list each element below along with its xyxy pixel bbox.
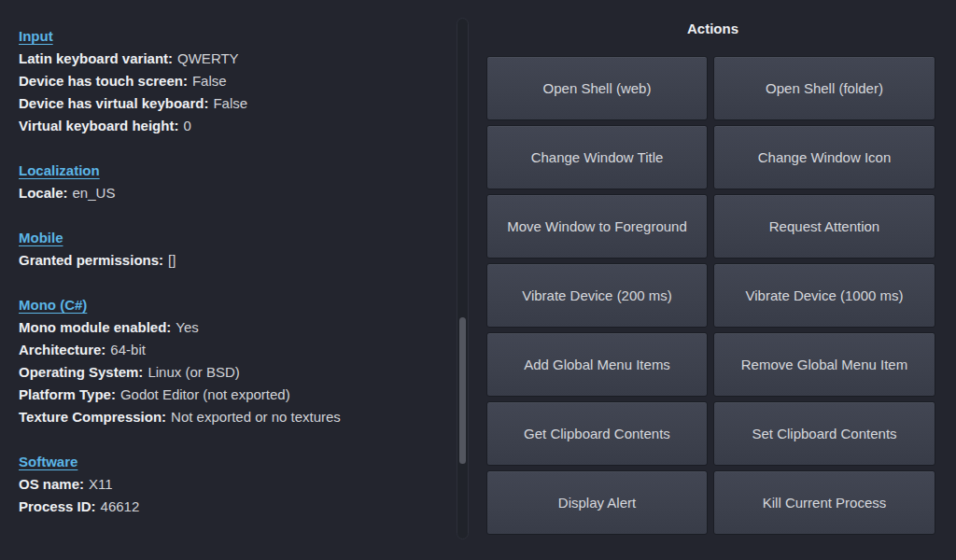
info-label: Device has touch screen: — [19, 73, 188, 89]
open-shell-web-button[interactable]: Open Shell (web) — [486, 56, 708, 120]
info-value: [] — [168, 252, 176, 268]
info-value: 0 — [183, 118, 190, 133]
change-window-title-button[interactable]: Change Window Title — [486, 125, 708, 189]
kill-current-process-button[interactable]: Kill Current Process — [713, 470, 935, 535]
change-window-icon-button[interactable]: Change Window Icon — [713, 125, 935, 189]
set-clipboard-contents-button[interactable]: Set Clipboard Contents — [713, 401, 935, 466]
actions-panel: Actions Open Shell (web) Open Shell (fol… — [470, 0, 956, 560]
info-label: Platform Type: — [19, 386, 116, 402]
info-value: Godot Editor (not exported) — [120, 386, 290, 402]
info-value: False — [213, 95, 247, 111]
info-line: OS name:X11 — [19, 473, 454, 496]
info-value: en_US — [73, 185, 116, 201]
info-line: Process ID:46612 — [19, 496, 454, 518]
info-value: QWERTY — [177, 50, 239, 66]
info-value: Yes — [176, 319, 198, 335]
info-label: Latin keyboard variant: — [19, 50, 173, 66]
info-line: Device has virtual keyboard:False — [19, 92, 454, 115]
section-input: Input Latin keyboard variant:QWERTY Devi… — [19, 25, 454, 137]
remove-global-menu-item-button[interactable]: Remove Global Menu Item — [713, 332, 935, 397]
add-global-menu-items-button[interactable]: Add Global Menu Items — [486, 332, 708, 397]
actions-panel-title: Actions — [470, 21, 956, 36]
info-line: Platform Type:Godot Editor (not exported… — [19, 384, 454, 406]
info-line: Architecture:64-bit — [19, 339, 454, 361]
vibrate-device-200ms-button[interactable]: Vibrate Device (200 ms) — [486, 263, 708, 328]
section-software: Software OS name:X11 Process ID:46612 — [19, 451, 454, 518]
info-line: Locale:en_US — [19, 182, 454, 204]
info-value: Not exported or no textures — [171, 409, 341, 425]
info-line: Granted permissions:[] — [19, 249, 454, 272]
section-heading-software: Software — [19, 451, 77, 473]
info-label: Device has virtual keyboard: — [19, 95, 208, 111]
info-value: 64-bit — [110, 342, 146, 357]
request-attention-button[interactable]: Request Attention — [713, 194, 935, 259]
section-heading-input: Input — [19, 25, 53, 48]
info-label: Texture Compression: — [19, 409, 166, 425]
section-mobile: Mobile Granted permissions:[] — [19, 227, 454, 272]
section-mono: Mono (C#) Mono module enabled:Yes Archit… — [19, 294, 454, 428]
section-heading-mono: Mono (C#) — [19, 294, 87, 316]
section-localization: Localization Locale:en_US — [19, 160, 454, 204]
info-line: Latin keyboard variant:QWERTY — [19, 48, 454, 70]
info-line: Mono module enabled:Yes — [19, 316, 454, 339]
info-label: Process ID: — [19, 498, 96, 514]
info-value: X11 — [89, 476, 113, 492]
section-heading-localization: Localization — [19, 160, 100, 182]
vibrate-device-1000ms-button[interactable]: Vibrate Device (1000 ms) — [713, 263, 935, 328]
info-label: OS name: — [19, 476, 84, 492]
open-shell-folder-button[interactable]: Open Shell (folder) — [713, 56, 935, 120]
get-clipboard-contents-button[interactable]: Get Clipboard Contents — [486, 401, 708, 466]
info-line: Operating System:Linux (or BSD) — [19, 361, 454, 384]
section-heading-mobile: Mobile — [19, 227, 63, 249]
info-label: Locale: — [19, 185, 68, 201]
display-alert-button[interactable]: Display Alert — [486, 470, 708, 535]
info-label: Architecture: — [19, 342, 105, 357]
info-line: Texture Compression:Not exported or no t… — [19, 406, 454, 428]
info-label: Mono module enabled: — [19, 319, 171, 335]
info-label: Granted permissions: — [19, 252, 163, 268]
info-line: Device has touch screen:False — [19, 70, 454, 92]
info-panel-scrollbar[interactable] — [457, 18, 469, 539]
info-value: 46612 — [101, 498, 140, 514]
actions-button-grid: Open Shell (web) Open Shell (folder) Cha… — [486, 56, 935, 535]
info-label: Operating System: — [19, 364, 143, 380]
info-label: Virtual keyboard height: — [19, 118, 178, 133]
info-value: False — [192, 73, 227, 89]
info-line: Virtual keyboard height:0 — [19, 115, 454, 137]
info-value: Linux (or BSD) — [148, 364, 239, 380]
scrollbar-thumb[interactable] — [459, 317, 466, 464]
system-info-panel: Input Latin keyboard variant:QWERTY Devi… — [0, 0, 454, 560]
move-window-foreground-button[interactable]: Move Window to Foreground — [486, 194, 708, 259]
